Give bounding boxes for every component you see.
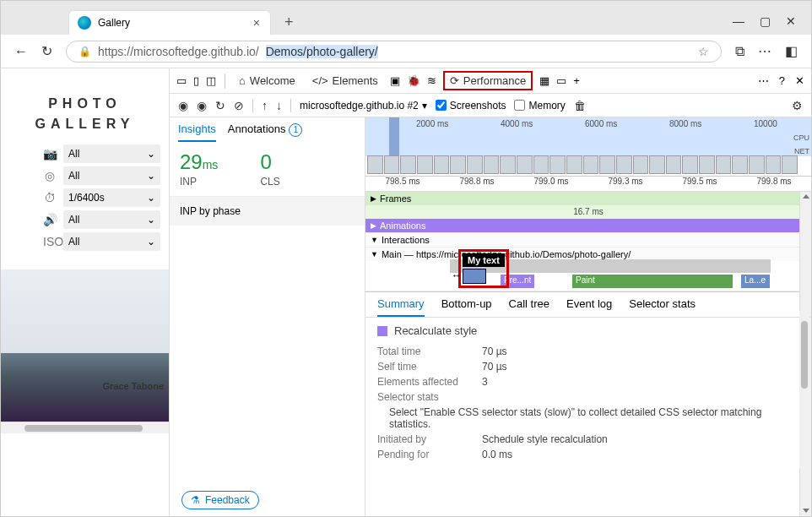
filter-row[interactable]: ◎All⌄ [1, 165, 169, 187]
timeline-panel: 2000 ms 4000 ms 6000 ms 8000 ms 10000 CP… [365, 117, 811, 517]
devtools-panel: ▭ ▯ ◫ ⌂Welcome </>Elements ▣ 🐞 ≋ ⟳Perfor… [170, 68, 811, 517]
flask-icon: ⚗ [191, 494, 200, 506]
bug-icon[interactable]: 🐞 [407, 74, 420, 87]
filter-icon: ⏱ [43, 191, 57, 204]
annotation-tooltip[interactable]: My text [458, 249, 509, 288]
window-title-bar: Gallery × + — ▢ ✕ [1, 1, 811, 35]
wifi-icon[interactable]: ≋ [427, 74, 436, 87]
filter-row[interactable]: ISOAll⌄ [1, 231, 169, 253]
performance-icon: ⟳ [450, 74, 459, 87]
minimize-button[interactable]: — [733, 14, 744, 28]
filter-select[interactable]: All⌄ [63, 166, 160, 185]
metric-inp: 29ms INP [180, 150, 218, 188]
device-icon[interactable]: ▯ [193, 74, 199, 87]
record-icon[interactable]: ◉ [178, 99, 188, 112]
back-button[interactable]: ← [14, 44, 28, 59]
filter-icon: 🔊 [43, 213, 57, 226]
photo-thumbnail[interactable] [1, 269, 169, 422]
edge-icon [78, 16, 91, 30]
download-icon[interactable]: ↓ [276, 99, 282, 112]
animations-track[interactable]: ▶Animations [365, 219, 811, 233]
url-input[interactable]: 🔒 https://microsoftedge.github.io/Demos/… [66, 41, 722, 63]
tab-welcome[interactable]: ⌂Welcome [234, 71, 300, 90]
filter-icon: ISO [43, 235, 57, 248]
tab-elements[interactable]: </>Elements [307, 71, 383, 90]
record-circle-icon[interactable]: ◉ [197, 99, 207, 112]
code-icon: </> [312, 74, 328, 87]
extensions-icon[interactable]: ⧉ [735, 44, 744, 59]
filter-select[interactable]: All⌄ [63, 232, 160, 251]
filter-select[interactable]: All⌄ [63, 144, 160, 163]
tab-insights[interactable]: Insights [178, 122, 216, 142]
close-button[interactable]: ✕ [786, 14, 796, 28]
details-tab[interactable]: Selector stats [629, 297, 696, 317]
timeline-overview[interactable]: 2000 ms 4000 ms 6000 ms 8000 ms 10000 CP… [365, 117, 811, 177]
panel-icon[interactable]: ▭ [556, 74, 566, 87]
performance-toolbar: ◉ ◉ ↻ ⊘ ↑ ↓ microsoftedge.github.io #2 ▾… [170, 94, 811, 117]
tab-title: Gallery [98, 17, 130, 29]
interactions-track[interactable]: ▼Interactions [365, 233, 811, 248]
dock-icon[interactable]: ◫ [206, 74, 216, 87]
memory-checkbox[interactable]: Memory [514, 100, 565, 112]
more-icon[interactable]: ⋯ [758, 43, 771, 59]
window-controls: — ▢ ✕ [733, 14, 811, 35]
tab-close-icon[interactable]: × [253, 16, 260, 30]
details-title: Recalculate style [377, 324, 799, 337]
url-text-prefix: https://microsoftedge.github.io/ [98, 45, 259, 58]
metric-cls: 0 CLS [260, 150, 279, 188]
tab-performance[interactable]: ⟳Performance [443, 71, 533, 90]
app-icon[interactable]: ▣ [390, 74, 400, 87]
upload-icon[interactable]: ↑ [262, 99, 268, 112]
feedback-button[interactable]: ⚗Feedback [181, 491, 259, 509]
details-tab[interactable]: Call tree [509, 297, 549, 317]
details-panel: SummaryBottom-upCall treeEvent logSelect… [365, 291, 811, 469]
address-bar: ← ↻ 🔒 https://microsoftedge.github.io/De… [1, 35, 811, 68]
trash-icon[interactable]: 🗑 [574, 99, 586, 112]
inp-by-phase[interactable]: INP by phase [170, 196, 365, 226]
clear-icon[interactable]: ⊘ [234, 99, 244, 112]
horizontal-scrollbar[interactable] [1, 422, 169, 433]
main-track[interactable]: ▼Main — https://microsoftedge.github.io/… [365, 248, 811, 291]
context-select[interactable]: microsoftedge.github.io #2 ▾ [300, 100, 427, 112]
help-icon[interactable]: ? [779, 74, 785, 87]
details-tab[interactable]: Event log [566, 297, 612, 317]
settings-icon[interactable]: ⚙ [792, 99, 803, 112]
filter-icon: 📷 [43, 147, 57, 161]
insights-panel: Insights Annotations1 29ms INP 0 CLS INP… [170, 117, 365, 517]
reload-button[interactable]: ↻ [41, 43, 52, 59]
filter-row[interactable]: ⏱1/6400s⌄ [1, 187, 169, 209]
new-tab-button[interactable]: + [278, 10, 300, 35]
url-text-path: Demos/photo-gallery/ [266, 45, 378, 58]
filmstrip[interactable] [365, 154, 799, 176]
devtools-close-icon[interactable]: ✕ [795, 74, 804, 87]
screenshots-checkbox[interactable]: Screenshots [436, 100, 506, 112]
details-tab[interactable]: Bottom-up [441, 297, 492, 317]
add-tab-icon[interactable]: + [573, 74, 580, 87]
frames-track[interactable]: ▶Frames 16.7 ms [365, 192, 811, 219]
toolbar-icons: ⧉ ⋯ ◧ [735, 43, 798, 59]
home-icon: ⌂ [239, 74, 246, 87]
memory-icon[interactable]: ▦ [539, 74, 549, 87]
overview-selection[interactable] [389, 117, 399, 156]
timeline-ruler: 798.5 ms798.8 ms799.0 ms799.3 ms799.5 ms… [365, 177, 811, 192]
filter-row[interactable]: 📷All⌄ [1, 143, 169, 165]
inspect-icon[interactable]: ▭ [176, 74, 187, 87]
photo-credit: Grace Tabone [102, 381, 164, 391]
lock-icon: 🔒 [78, 46, 91, 57]
filter-select[interactable]: All⌄ [63, 210, 160, 229]
browser-tab[interactable]: Gallery × [68, 10, 271, 35]
reload-record-icon[interactable]: ↻ [215, 99, 225, 112]
devtools-more-icon[interactable]: ⋯ [758, 74, 769, 87]
filter-row[interactable]: 🔊All⌄ [1, 209, 169, 231]
star-icon[interactable]: ☆ [698, 45, 709, 58]
page-title: PHOTO GALLERY [1, 68, 169, 143]
devtools-tab-strip: ▭ ▯ ◫ ⌂Welcome </>Elements ▣ 🐞 ≋ ⟳Perfor… [170, 68, 811, 94]
page-content: PHOTO GALLERY 📷All⌄◎All⌄⏱1/6400s⌄🔊All⌄IS… [1, 68, 170, 517]
restore-button[interactable]: ▢ [760, 14, 771, 28]
tab-annotations[interactable]: Annotations1 [228, 122, 303, 142]
filter-icon: ◎ [43, 169, 57, 182]
details-tab[interactable]: Summary [377, 297, 425, 317]
filter-select[interactable]: 1/6400s⌄ [63, 188, 160, 207]
split-icon[interactable]: ◧ [785, 43, 798, 59]
